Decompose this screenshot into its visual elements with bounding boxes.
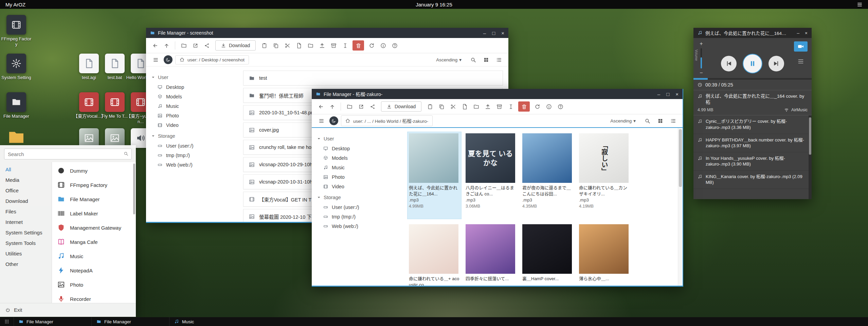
topbar-menu-icon[interactable]	[857, 2, 863, 7]
scrollbar-thumb[interactable]	[809, 117, 811, 155]
desktop-icon-file-manager[interactable]: File Manager	[1, 92, 32, 119]
rename-button[interactable]	[340, 40, 350, 51]
search-icon[interactable]	[468, 55, 478, 65]
paste-button[interactable]	[424, 101, 435, 112]
up-button[interactable]	[327, 101, 338, 112]
dark-mode-moon-icon[interactable]	[164, 55, 173, 64]
app-item-label-maker[interactable]: Label Maker	[52, 206, 136, 220]
scrollbar[interactable]	[809, 115, 812, 199]
next-track-button[interactable]	[768, 56, 784, 71]
category-other[interactable]: Other	[0, 259, 52, 269]
app-item-photo[interactable]: Photo	[52, 277, 136, 292]
share-button[interactable]	[201, 40, 212, 51]
maximize-icon[interactable]: □	[492, 30, 495, 36]
refresh-button[interactable]	[366, 40, 377, 51]
exit-button[interactable]: Exit	[0, 303, 136, 317]
sidebar-item-tmp-drive[interactable]: tmp (tmp:/)	[149, 151, 234, 160]
file-card[interactable]: 君が夜の海に還るまで＿こんにちは谷田... .mp3 4.35MB	[521, 132, 575, 219]
help-button[interactable]	[389, 40, 400, 51]
category-internet[interactable]: Internet	[0, 217, 52, 227]
volume-up-icon[interactable]: +	[700, 41, 703, 47]
category-download[interactable]: Download	[0, 196, 52, 206]
volume-slider[interactable]: + − Volume	[697, 41, 706, 76]
app-item-music[interactable]: Music	[52, 249, 136, 263]
breadcrumb[interactable]: user: / ... / Hello World / 柘榴-zakuro-	[341, 115, 433, 126]
refresh-button[interactable]	[532, 101, 543, 112]
sidebar-item-web-drive[interactable]: Web (web:/)	[149, 160, 234, 170]
paste-button[interactable]	[259, 40, 270, 51]
search-input[interactable]	[4, 149, 132, 159]
window-title-bar[interactable]: File Manager - screenshot – □ ×	[146, 28, 508, 38]
category-office[interactable]: Office	[0, 185, 52, 196]
desktop-icon-ffmpeg-factory[interactable]: FFmpeg Factory	[1, 15, 32, 47]
category-all[interactable]: All	[0, 164, 52, 175]
sidebar-item-models[interactable]: Models	[149, 92, 234, 101]
sidebar-section-storage[interactable]: Storage	[151, 133, 233, 139]
playlist-item[interactable]: KING＿Kanaria cover. by 柘榴-zakuro-.mp3 (2…	[693, 171, 812, 189]
airmusic-badge[interactable]: AirMusic	[784, 108, 808, 112]
category-media[interactable]: Media	[0, 175, 52, 185]
new-file-button[interactable]	[459, 101, 470, 112]
archive-button[interactable]	[494, 101, 505, 112]
app-item-recorder[interactable]: Recorder	[52, 292, 136, 303]
minimize-icon[interactable]: –	[797, 31, 800, 36]
playlist-item[interactable]: Cynic＿ポリスピカデリー cover. by 柘榴-zakuro-.mp3 …	[693, 115, 812, 134]
file-card[interactable]: 命に嫌われている＿+ acoustic co... 1.69MB	[408, 223, 461, 286]
open-in-new-window-button[interactable]	[190, 40, 201, 51]
sidebar-item-user-drive[interactable]: User (user:/)	[149, 141, 234, 151]
maximize-icon[interactable]: □	[666, 91, 669, 97]
open-in-new-window-button[interactable]	[356, 101, 366, 112]
share-button[interactable]	[367, 101, 378, 112]
dark-mode-moon-icon[interactable]	[329, 116, 338, 125]
app-launcher-button[interactable]	[0, 317, 14, 326]
sidebar-item-web-drive[interactable]: Web (web:/)	[315, 222, 400, 231]
list-toggle-icon[interactable]	[316, 116, 327, 126]
back-button[interactable]	[149, 40, 160, 51]
upload-button[interactable]	[482, 101, 493, 112]
delete-button[interactable]	[352, 40, 364, 51]
scrollbar-thumb[interactable]	[133, 164, 135, 214]
up-button[interactable]	[161, 40, 172, 51]
back-button[interactable]	[315, 101, 326, 112]
close-icon[interactable]: ×	[805, 31, 808, 36]
new-file-button[interactable]	[293, 40, 304, 51]
cast-video-button[interactable]	[794, 41, 808, 52]
download-button[interactable]: Download	[381, 101, 421, 112]
list-toggle-icon[interactable]	[150, 55, 161, 65]
sidebar-item-photo[interactable]: Photo	[315, 172, 400, 182]
grid-view-icon[interactable]	[655, 116, 666, 126]
file-card[interactable]: 裏＿HamP cover...	[521, 223, 575, 286]
search-icon[interactable]	[642, 116, 653, 126]
app-item-dummy[interactable]: Dummy	[52, 164, 136, 178]
sidebar-section-storage[interactable]: Storage	[317, 195, 399, 200]
help-button[interactable]	[555, 101, 566, 112]
category-system-settings[interactable]: System Settings	[0, 227, 52, 238]
file-card[interactable]: 「寂しい」 命に嫌われている＿カンザキイオリ... .mp3 4.19MB	[578, 132, 631, 219]
scrollbar[interactable]	[678, 128, 683, 286]
download-button[interactable]: Download	[215, 40, 256, 51]
sidebar-item-tmp-drive[interactable]: tmp (tmp:/)	[315, 212, 400, 222]
archive-button[interactable]	[328, 40, 339, 51]
cut-button[interactable]	[282, 40, 293, 51]
info-button[interactable]	[378, 40, 388, 51]
minimize-icon[interactable]: –	[657, 91, 660, 97]
cut-button[interactable]	[448, 101, 458, 112]
list-view-icon[interactable]	[493, 55, 504, 65]
minimize-icon[interactable]: –	[483, 30, 486, 36]
app-item-ffmpeg-factory[interactable]: FFmpeg Factory	[52, 178, 136, 192]
delete-button[interactable]	[518, 101, 530, 112]
taskbar-item-file-manager-1[interactable]: File Manager	[14, 317, 91, 326]
copy-button[interactable]	[436, 101, 447, 112]
sidebar-item-models[interactable]: Models	[315, 153, 400, 163]
sidebar-item-music[interactable]: Music	[315, 163, 400, 172]
sidebar-item-photo[interactable]: Photo	[149, 111, 234, 120]
new-folder-button[interactable]	[305, 40, 316, 51]
app-item-manga-cafe[interactable]: Manga Cafe	[52, 235, 136, 249]
file-card[interactable]: 薄ら氷心中＿...	[578, 223, 631, 286]
sort-dropdown[interactable]: Ascending ▾	[610, 118, 636, 123]
info-button[interactable]	[543, 101, 554, 112]
sort-dropdown[interactable]: Ascending ▾	[436, 57, 462, 62]
playlist-item[interactable]: HAPPY BIRTHDAY＿back number cover. by 柘榴-…	[693, 134, 812, 152]
rename-button[interactable]	[505, 101, 516, 112]
window-title-bar[interactable]: 例えば、今此処に置かれた花に＿164 c... – ×	[693, 28, 812, 38]
